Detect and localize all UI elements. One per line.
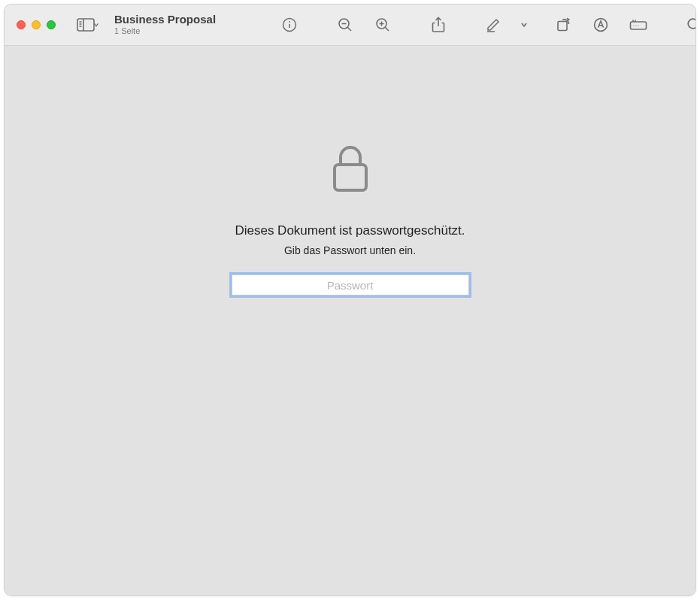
- toolbar: Business Proposal 1 Seite: [5, 5, 695, 46]
- svg-rect-28: [335, 165, 366, 190]
- svg-rect-0: [77, 19, 94, 31]
- enter-password-label: Gib das Passwort unten ein.: [232, 244, 469, 256]
- svg-point-25: [638, 25, 638, 26]
- svg-line-9: [347, 27, 351, 31]
- search-button[interactable]: [678, 14, 696, 35]
- highlight-menu-button[interactable]: [516, 14, 532, 35]
- title-block: Business Proposal 1 Seite: [114, 14, 235, 36]
- svg-point-23: [633, 25, 634, 26]
- zoom-window-button[interactable]: [47, 20, 56, 29]
- share-icon: [432, 17, 445, 33]
- svg-rect-17: [558, 22, 567, 31]
- form-field-icon: [629, 19, 647, 31]
- markup-pen-icon: [593, 17, 608, 32]
- svg-point-26: [688, 19, 696, 29]
- chevron-down-icon: [520, 18, 528, 32]
- close-window-button[interactable]: [17, 20, 26, 29]
- search-icon: [686, 17, 696, 32]
- rotate-button[interactable]: [547, 14, 579, 35]
- document-title: Business Proposal: [114, 14, 235, 26]
- window-controls: [17, 20, 56, 29]
- share-button[interactable]: [423, 14, 454, 35]
- svg-point-24: [635, 25, 636, 26]
- document-subtitle: 1 Seite: [114, 26, 235, 36]
- zoom-out-icon: [338, 17, 353, 32]
- minimize-window-button[interactable]: [32, 20, 41, 29]
- highlight-button[interactable]: [478, 14, 510, 35]
- app-window: Business Proposal 1 Seite: [4, 4, 696, 596]
- form-fields-button[interactable]: [623, 14, 654, 35]
- zoom-out-button[interactable]: [329, 14, 361, 35]
- info-icon: [282, 17, 297, 32]
- zoom-in-button[interactable]: [367, 14, 398, 35]
- zoom-in-icon: [375, 17, 390, 32]
- svg-point-6: [289, 21, 290, 23]
- protected-message: Dieses Dokument ist passwortgeschützt.: [232, 223, 469, 238]
- highlighter-icon: [486, 17, 502, 32]
- chevron-down-icon: [93, 18, 99, 32]
- svg-line-12: [385, 27, 389, 31]
- info-button[interactable]: [274, 14, 305, 35]
- markup-button[interactable]: [585, 14, 617, 35]
- rotate-icon: [556, 17, 571, 32]
- lock-icon: [330, 144, 371, 196]
- sidebar-toggle-button[interactable]: [72, 14, 104, 35]
- content-area: Dieses Dokument ist passwortgeschützt. G…: [5, 46, 695, 595]
- password-panel: Dieses Dokument ist passwortgeschützt. G…: [232, 144, 469, 595]
- password-input[interactable]: [232, 274, 469, 295]
